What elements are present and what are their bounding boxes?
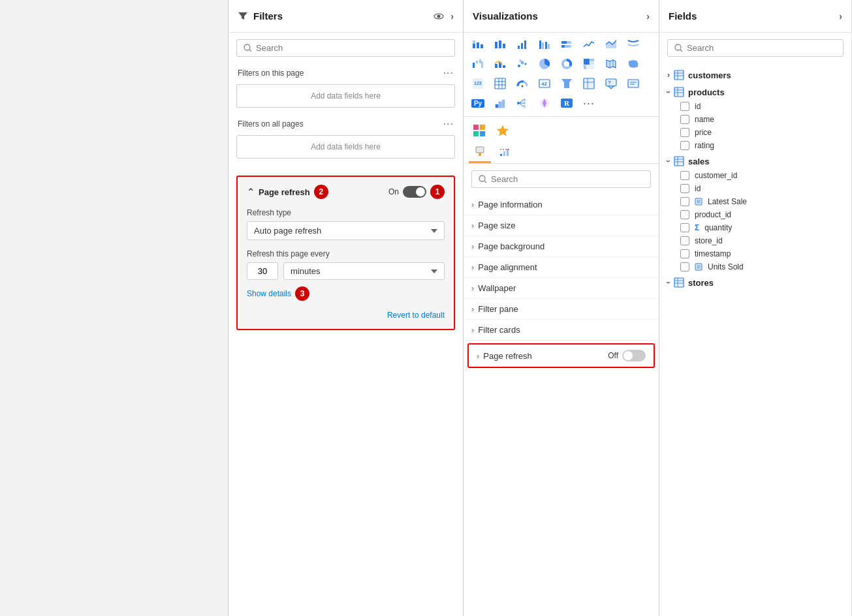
field-checkbox[interactable]: [680, 210, 689, 219]
field-item-product-name[interactable]: name: [659, 113, 851, 126]
viz-treemap-icon[interactable]: [578, 55, 599, 73]
field-checkbox[interactable]: [680, 184, 689, 193]
viz-column-chart-icon[interactable]: [512, 35, 533, 54]
viz-section-page-bg[interactable]: ›Page background: [464, 236, 659, 257]
viz-section-filter-cards[interactable]: ›Filter cards: [464, 320, 659, 341]
viz-line-chart-icon[interactable]: [578, 35, 599, 54]
svg-point-34: [525, 63, 527, 65]
field-checkbox[interactable]: [680, 262, 689, 271]
viz-bar-chart-icon[interactable]: [490, 35, 511, 54]
interval-number-input[interactable]: [247, 262, 278, 280]
field-item-units-sold[interactable]: Units Sold: [659, 260, 851, 273]
field-checkbox[interactable]: [680, 141, 689, 150]
fields-search-box[interactable]: [667, 39, 844, 57]
viz-card-icon[interactable]: 42: [534, 74, 555, 93]
viz-qa-icon[interactable]: ?: [601, 74, 622, 93]
filters-expand-icon[interactable]: ›: [450, 11, 454, 22]
show-details-link[interactable]: Show details: [247, 289, 291, 298]
page-refresh-toggle[interactable]: On 1: [388, 185, 445, 199]
toggle-on-switch[interactable]: [403, 186, 426, 198]
filters-search-input[interactable]: [256, 43, 448, 53]
viz-key-influencers-icon[interactable]: [534, 94, 555, 112]
svg-line-3: [249, 50, 251, 52]
eye-icon[interactable]: [434, 11, 444, 22]
viz-gauge-icon[interactable]: [512, 74, 533, 93]
viz-100-bar-icon[interactable]: [556, 35, 577, 54]
filters-page-menu[interactable]: ···: [443, 67, 454, 79]
viz-scatter-icon[interactable]: [512, 55, 533, 73]
viz-section-page-refresh[interactable]: › Page refresh Off: [467, 343, 655, 368]
refresh-type-select[interactable]: Auto page refresh: [247, 221, 445, 240]
viz-section-wallpaper[interactable]: ›Wallpaper: [464, 278, 659, 299]
field-item-customer-id[interactable]: customer_id: [659, 169, 851, 182]
viz-expand-icon[interactable]: ›: [646, 11, 650, 22]
svg-rect-27: [479, 59, 481, 63]
field-checkbox[interactable]: [680, 102, 689, 111]
viz-r-icon[interactable]: R: [556, 94, 577, 112]
toggle-off-switch[interactable]: [622, 350, 646, 362]
field-checkbox[interactable]: [680, 115, 689, 124]
svg-point-2: [244, 44, 250, 50]
viz-search-input[interactable]: [491, 174, 644, 184]
field-item-sales-id[interactable]: id: [659, 182, 851, 195]
viz-star-icon[interactable]: [494, 122, 512, 139]
field-checkbox[interactable]: [680, 197, 689, 206]
field-item-product-rating[interactable]: rating: [659, 139, 851, 152]
field-item-product-price[interactable]: price: [659, 126, 851, 139]
viz-donut-icon[interactable]: [556, 55, 577, 73]
viz-filled-map-icon[interactable]: [623, 55, 644, 73]
viz-format-tab[interactable]: [469, 142, 491, 163]
fields-expand-icon[interactable]: ›: [839, 11, 842, 22]
field-group-customers-header[interactable]: › customers: [659, 67, 851, 83]
field-item-product-id-sales[interactable]: product_id: [659, 208, 851, 221]
viz-grouped-bar-icon[interactable]: [534, 35, 555, 54]
viz-more-icon[interactable]: ···: [578, 94, 599, 112]
field-group-sales-header[interactable]: › sales: [659, 153, 851, 169]
viz-decomp-tree-icon[interactable]: [512, 94, 533, 112]
field-group-stores-header[interactable]: › stores: [659, 275, 851, 290]
fields-search-input[interactable]: [687, 43, 836, 53]
field-item-store-id[interactable]: store_id: [659, 234, 851, 247]
viz-color-squares-icon[interactable]: [470, 122, 488, 139]
field-checkbox[interactable]: [680, 171, 689, 180]
add-fields-all[interactable]: Add data fields here: [236, 135, 455, 159]
viz-stacked-bar-icon[interactable]: [467, 35, 488, 54]
add-fields-page[interactable]: Add data fields here: [236, 84, 455, 108]
viz-section-page-info[interactable]: ›Page information: [464, 194, 659, 215]
field-item-quantity[interactable]: Σ quantity: [659, 221, 851, 234]
field-checkbox[interactable]: [680, 223, 689, 232]
field-group-products-header[interactable]: › products: [659, 84, 851, 100]
viz-map-icon[interactable]: [601, 55, 622, 73]
viz-section-filter-pane[interactable]: ›Filter pane: [464, 299, 659, 320]
viz-pie-icon[interactable]: [534, 55, 555, 73]
field-checkbox[interactable]: [680, 128, 689, 137]
chevron-up-icon[interactable]: ⌃: [247, 187, 255, 197]
interval-unit-select[interactable]: minutes: [283, 262, 445, 280]
viz-smart-narrative-icon[interactable]: [623, 74, 644, 93]
viz-section-page-size[interactable]: ›Page size: [464, 215, 659, 236]
field-checkbox[interactable]: [680, 249, 689, 258]
filters-search-box[interactable]: [236, 39, 455, 57]
viz-waterfall-icon[interactable]: [467, 55, 488, 73]
viz-analytics-tab[interactable]: [494, 142, 516, 163]
filters-all-menu[interactable]: ···: [443, 118, 454, 130]
viz-funnel-chart-icon[interactable]: [556, 74, 577, 93]
field-item-product-id[interactable]: id: [659, 100, 851, 113]
viz-line-stacked-icon[interactable]: [490, 55, 511, 73]
viz-kpi-icon[interactable]: 123: [467, 74, 488, 93]
svg-rect-16: [545, 42, 547, 49]
field-item-timestamp[interactable]: timestamp: [659, 247, 851, 260]
viz-section-page-align[interactable]: ›Page alignment: [464, 257, 659, 278]
revert-default-link[interactable]: Revert to default: [387, 311, 445, 320]
viz-python-icon[interactable]: Py: [467, 94, 488, 112]
viz-area-chart-icon[interactable]: [601, 35, 622, 54]
field-item-latest-sale[interactable]: Latest Sale: [659, 195, 851, 208]
viz-custom-icon[interactable]: [490, 94, 511, 112]
svg-point-89: [479, 176, 485, 181]
viz-search-box[interactable]: [471, 170, 651, 188]
viz-matrix-icon[interactable]: [578, 74, 599, 93]
viz-ribbon-icon[interactable]: [623, 35, 644, 54]
field-checkbox[interactable]: [680, 236, 689, 245]
viz-table-icon[interactable]: [490, 74, 511, 93]
viz-page-refresh-toggle[interactable]: Off: [608, 350, 646, 362]
